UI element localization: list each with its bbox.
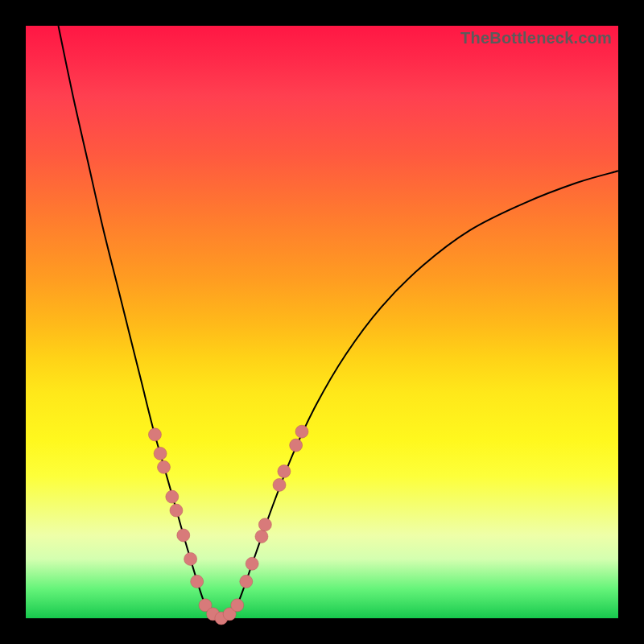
bead-marker: [154, 447, 167, 460]
bead-marker: [240, 575, 253, 588]
bottleneck-curve: [58, 26, 618, 618]
bead-marker: [290, 439, 303, 452]
bead-marker: [148, 428, 161, 441]
bead-marker: [273, 478, 286, 491]
bead-marker: [255, 530, 268, 543]
bead-marker: [157, 460, 170, 473]
bead-marker: [258, 518, 271, 531]
bead-marker: [166, 490, 179, 503]
bead-marker: [177, 529, 190, 542]
curve-layer: [26, 26, 618, 618]
bead-marker: [191, 575, 204, 588]
chart-frame: TheBottleneck.com: [0, 0, 644, 644]
bead-marker: [246, 557, 258, 570]
bead-marker: [170, 504, 183, 517]
bead-group: [148, 425, 308, 625]
bead-marker: [278, 464, 291, 477]
bead-marker: [184, 552, 197, 565]
bead-marker: [295, 425, 308, 438]
bead-marker: [231, 599, 244, 612]
plot-area: TheBottleneck.com: [26, 26, 618, 618]
